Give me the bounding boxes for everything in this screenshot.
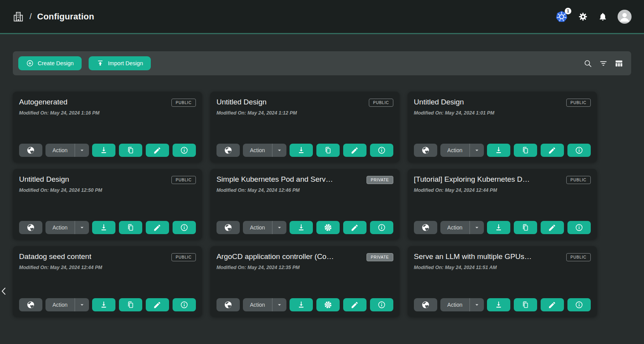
download-button[interactable]: [487, 221, 510, 234]
action-dropdown-button[interactable]: Action: [45, 298, 89, 311]
visibility-globe-button[interactable]: [19, 221, 42, 234]
clone-button[interactable]: [316, 144, 340, 157]
clone-button[interactable]: [514, 144, 537, 157]
modified-date: Modified On: May 24, 2024 1:01 PM: [414, 110, 591, 116]
download-button[interactable]: [92, 144, 115, 157]
edit-button[interactable]: [146, 144, 169, 157]
clone-button[interactable]: [514, 298, 537, 311]
user-avatar[interactable]: [618, 10, 632, 24]
info-button[interactable]: [173, 221, 196, 234]
settings-button[interactable]: [578, 12, 588, 22]
main-content: Create Design Import Design: [0, 51, 644, 317]
edit-button[interactable]: [146, 221, 169, 234]
visibility-globe-button[interactable]: [216, 298, 240, 311]
org-home-button[interactable]: [12, 11, 24, 23]
action-label: Action: [45, 302, 75, 308]
design-title: Simple Kubernetes Pod and Serv…: [216, 175, 333, 184]
info-button[interactable]: [567, 221, 591, 234]
modified-date: Modified On: May 24, 2024 12:44 PM: [19, 265, 196, 270]
table-view-button[interactable]: [614, 59, 623, 68]
import-design-button[interactable]: Import Design: [89, 56, 151, 70]
info-icon: [180, 301, 188, 309]
download-button[interactable]: [92, 221, 115, 234]
clone-button[interactable]: [119, 221, 142, 234]
caret-down-icon: [272, 301, 286, 308]
clone-button[interactable]: [119, 298, 142, 311]
notifications-button[interactable]: [598, 12, 607, 21]
visibility-globe-button[interactable]: [19, 298, 42, 311]
edit-button[interactable]: [541, 144, 564, 157]
visibility-globe-button[interactable]: [216, 221, 240, 234]
search-button[interactable]: [583, 59, 592, 68]
info-button[interactable]: [567, 144, 591, 157]
copy-icon: [324, 146, 332, 155]
action-dropdown-button[interactable]: Action: [45, 221, 89, 234]
clone-button[interactable]: [514, 221, 537, 234]
info-button[interactable]: [173, 144, 196, 157]
toolbar-right-icons: [583, 59, 626, 68]
create-design-label: Create Design: [38, 60, 74, 66]
filter-button[interactable]: [599, 59, 608, 68]
kubernetes-context-count-badge: 1: [565, 8, 571, 14]
card-head: ArgoCD application controller (Co… PRIVA…: [216, 252, 393, 261]
create-design-button[interactable]: Create Design: [18, 56, 82, 70]
action-dropdown-button[interactable]: Action: [440, 221, 484, 234]
clone-button[interactable]: [119, 144, 142, 157]
visibility-globe-button[interactable]: [19, 144, 42, 157]
building-icon: [12, 11, 24, 23]
card-actions: Action: [414, 298, 591, 311]
drawer-toggle-button[interactable]: [0, 285, 9, 298]
clone-button[interactable]: [316, 221, 340, 234]
action-dropdown-button[interactable]: Action: [243, 298, 286, 311]
action-dropdown-button[interactable]: Action: [440, 298, 484, 311]
design-title: ArgoCD application controller (Co…: [216, 252, 334, 261]
download-button[interactable]: [487, 144, 510, 157]
modified-date: Modified On: May 24, 2024 11:51 AM: [414, 265, 591, 270]
edit-button[interactable]: [541, 221, 564, 234]
design-card: [Tutorial] Exploring Kubernetes D… PUBLI…: [408, 169, 597, 240]
visibility-globe-button[interactable]: [216, 144, 240, 157]
visibility-badge: PUBLIC: [171, 176, 196, 184]
info-button[interactable]: [370, 221, 393, 234]
card-actions: Action: [19, 144, 196, 157]
download-button[interactable]: [290, 144, 313, 157]
info-button[interactable]: [370, 298, 393, 311]
clone-button[interactable]: [316, 298, 340, 311]
design-title: Serve an LLM with multiple GPUs…: [414, 252, 532, 261]
download-button[interactable]: [290, 298, 313, 311]
action-dropdown-button[interactable]: Action: [45, 144, 89, 157]
action-dropdown-button[interactable]: Action: [440, 144, 484, 157]
design-title: Untitled Design: [414, 98, 464, 106]
info-button[interactable]: [173, 298, 196, 311]
kubernetes-context-button[interactable]: 1: [555, 10, 568, 23]
visibility-badge: PUBLIC: [171, 253, 196, 261]
action-dropdown-button[interactable]: Action: [243, 221, 286, 234]
edit-button[interactable]: [343, 298, 367, 311]
edit-button[interactable]: [343, 221, 367, 234]
modified-date: Modified On: May 24, 2024 12:35 PM: [216, 265, 393, 270]
action-dropdown-button[interactable]: Action: [243, 144, 286, 157]
edit-pencil-icon: [153, 301, 161, 309]
info-button[interactable]: [567, 298, 591, 311]
visibility-globe-button[interactable]: [414, 298, 437, 311]
edit-button[interactable]: [146, 298, 169, 311]
modified-date: Modified On: May 24, 2024 12:50 PM: [19, 188, 196, 193]
search-icon: [583, 59, 592, 68]
download-icon: [494, 223, 503, 232]
design-card: Untitled Design PUBLIC Modified On: May …: [13, 169, 202, 240]
edit-button[interactable]: [541, 298, 564, 311]
info-button[interactable]: [370, 144, 393, 157]
download-button[interactable]: [487, 298, 510, 311]
edit-button[interactable]: [343, 144, 367, 157]
card-actions: Action: [414, 221, 591, 234]
action-label: Action: [45, 147, 75, 153]
visibility-globe-button[interactable]: [414, 144, 437, 157]
download-icon: [99, 146, 108, 155]
card-quick-actions: [487, 144, 591, 157]
caret-down-icon: [272, 147, 286, 154]
download-button[interactable]: [92, 298, 115, 311]
design-card: Serve an LLM with multiple GPUs… PUBLIC …: [408, 246, 597, 317]
download-button[interactable]: [290, 221, 313, 234]
app-header: / Configuration: [0, 0, 644, 34]
visibility-globe-button[interactable]: [414, 221, 437, 234]
